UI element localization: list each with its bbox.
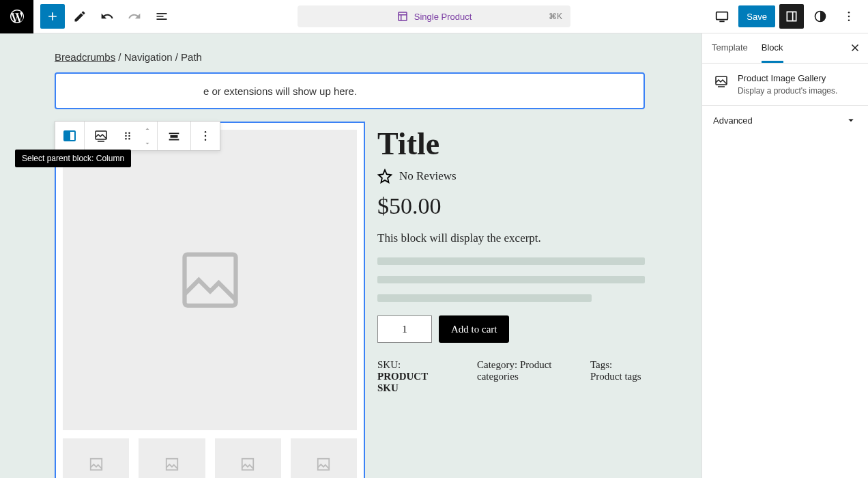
skeleton-line	[377, 276, 645, 283]
topbar-left	[33, 4, 174, 29]
tooltip: Select parent block: Column	[15, 150, 131, 167]
product-title[interactable]: Title	[377, 126, 645, 162]
svg-rect-6	[184, 255, 235, 306]
svg-point-20	[205, 131, 207, 133]
document-bar[interactable]: Single Product ⌘K	[298, 5, 570, 27]
svg-point-19	[128, 138, 130, 140]
block-name: Product Image Gallery	[738, 73, 837, 83]
thumbnail-row	[63, 438, 357, 478]
svg-rect-12	[65, 132, 69, 140]
close-settings-button[interactable]	[849, 42, 861, 54]
more-menu-button[interactable]	[837, 4, 861, 29]
product-price[interactable]: $50.00	[377, 193, 645, 219]
block-more-button[interactable]	[191, 122, 220, 150]
block-description: Display a product's images.	[738, 86, 837, 96]
main-product-image	[63, 130, 357, 430]
undo-button[interactable]	[95, 4, 119, 29]
edit-tools-button[interactable]	[68, 4, 92, 29]
chevron-down-icon	[845, 114, 857, 126]
svg-point-4	[848, 16, 850, 18]
sku-label: SKU:	[377, 359, 401, 370]
reviews-text: No Reviews	[399, 169, 457, 183]
svg-rect-0	[399, 12, 407, 20]
image-placeholder-icon	[316, 457, 331, 472]
svg-point-21	[205, 135, 207, 137]
svg-point-15	[128, 132, 130, 135]
svg-point-14	[125, 132, 127, 135]
image-placeholder-icon	[89, 457, 104, 472]
view-button[interactable]	[710, 4, 734, 29]
image-gallery-icon	[93, 128, 109, 144]
close-icon	[849, 42, 861, 54]
svg-rect-10	[318, 459, 330, 470]
advanced-panel[interactable]: Advanced	[702, 106, 868, 135]
add-to-cart-button[interactable]: Add to cart	[439, 315, 509, 343]
svg-rect-9	[242, 459, 254, 470]
skeleton-line	[377, 294, 592, 302]
drag-icon	[121, 129, 134, 143]
quantity-input[interactable]	[377, 315, 432, 343]
product-columns: Title No Reviews $50.00 This block will …	[55, 122, 645, 478]
drag-handle[interactable]	[117, 122, 138, 150]
save-button[interactable]: Save	[738, 5, 775, 27]
settings-tabs: Template Block	[702, 33, 868, 64]
breadcrumb-first[interactable]: Breadcrumbs	[55, 51, 115, 63]
sku-value: PRODUCT SKU	[377, 371, 428, 393]
breadcrumb-rest: / Navigation / Path	[115, 51, 202, 63]
product-reviews[interactable]: No Reviews	[377, 169, 645, 184]
star-icon	[377, 169, 392, 184]
topbar-right: Save	[710, 4, 868, 29]
list-view-button[interactable]	[149, 4, 174, 29]
command-shortcut: ⌘K	[549, 12, 562, 21]
add-to-cart-row: Add to cart	[377, 315, 645, 343]
block-type-button[interactable]	[85, 122, 117, 150]
product-details-column: Title No Reviews $50.00 This block will …	[377, 122, 645, 478]
tags-label: Tags:	[590, 359, 612, 370]
settings-sidebar: Template Block Product Image Gallery Dis…	[701, 33, 868, 478]
svg-point-16	[125, 135, 127, 137]
thumbnail[interactable]	[215, 438, 281, 478]
store-notice-text: e or extensions will show up here.	[67, 85, 357, 97]
block-toolbar	[55, 121, 220, 151]
store-notice-block[interactable]: e or extensions will show up here.	[55, 72, 645, 109]
svg-point-5	[848, 20, 850, 22]
advanced-label: Advanced	[713, 115, 753, 126]
align-icon	[167, 128, 182, 143]
sku-meta: SKU: PRODUCT SKU	[377, 359, 450, 394]
move-down-button[interactable]	[138, 136, 157, 150]
tab-block[interactable]: Block	[762, 33, 783, 63]
redo-button[interactable]	[122, 4, 147, 29]
more-vertical-icon	[199, 129, 212, 143]
image-placeholder-icon	[164, 457, 179, 472]
editor-topbar: Single Product ⌘K Save	[0, 0, 868, 33]
product-meta: SKU: PRODUCT SKU Category: Product categ…	[377, 359, 645, 394]
svg-rect-7	[90, 459, 102, 470]
product-image-gallery-block[interactable]	[55, 122, 365, 478]
tab-template[interactable]: Template	[712, 33, 748, 63]
tags-meta: Tags: Product tags	[590, 359, 645, 394]
thumbnail[interactable]	[139, 438, 205, 478]
move-up-button[interactable]	[138, 122, 157, 136]
svg-point-22	[205, 139, 207, 141]
column-icon	[61, 128, 78, 144]
breadcrumb: Breadcrumbs / Navigation / Path	[0, 47, 701, 72]
tags-value[interactable]: Product tags	[590, 371, 641, 382]
add-block-button[interactable]	[40, 4, 65, 29]
image-gallery-icon	[713, 73, 729, 89]
doc-title: Single Product	[414, 12, 472, 22]
editor-canvas[interactable]: Breadcrumbs / Navigation / Path e or ext…	[0, 33, 701, 478]
wp-logo[interactable]	[0, 0, 33, 33]
category-meta: Category: Product categories	[477, 359, 563, 394]
skeleton-line	[377, 257, 645, 265]
image-placeholder-icon	[176, 246, 244, 314]
select-parent-column-button[interactable]	[55, 122, 84, 150]
settings-sidebar-toggle[interactable]	[779, 4, 804, 29]
thumbnail[interactable]	[63, 438, 129, 478]
chevron-up-icon	[143, 125, 151, 133]
thumbnail[interactable]	[291, 438, 357, 478]
skeleton-lines	[377, 257, 645, 302]
align-button[interactable]	[158, 122, 190, 150]
product-excerpt[interactable]: This block will display the excerpt.	[377, 231, 645, 245]
category-label: Category:	[477, 359, 520, 370]
styles-button[interactable]	[808, 4, 833, 29]
